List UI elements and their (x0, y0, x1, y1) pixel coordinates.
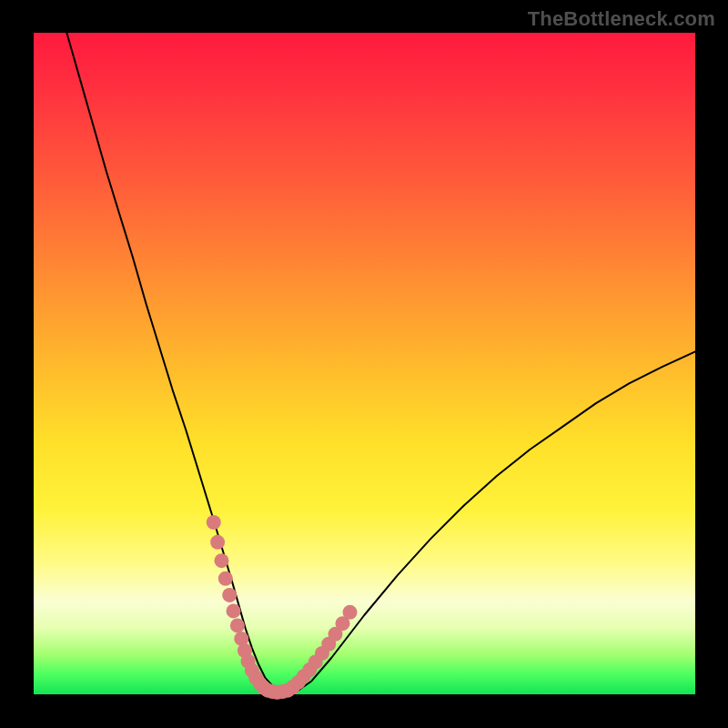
marker-dot (207, 515, 221, 530)
marker-group (207, 515, 358, 700)
marker-dot (210, 535, 225, 550)
curve-layer (34, 33, 695, 694)
marker-dot (230, 618, 245, 632)
marker-dot (227, 603, 241, 618)
marker-dot (343, 605, 358, 620)
bottleneck-curve (66, 33, 695, 693)
chart-container: TheBottleneck.com (0, 0, 728, 728)
plot-area (34, 33, 695, 694)
marker-dot (218, 571, 233, 586)
watermark-text: TheBottleneck.com (528, 7, 715, 31)
marker-dot (222, 588, 237, 602)
marker-dot (214, 553, 228, 568)
